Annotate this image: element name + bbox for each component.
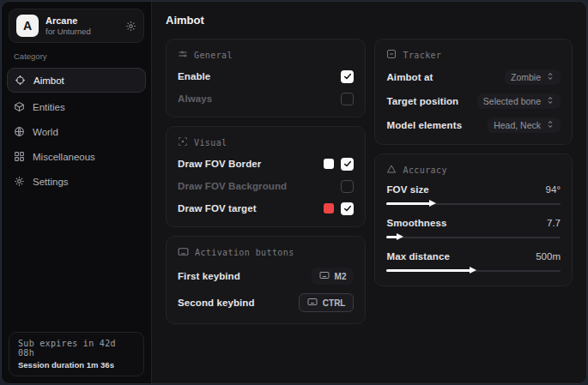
first-keybind-button[interactable]: M2	[312, 268, 355, 285]
sliders-icon	[178, 49, 188, 61]
subscription-info: Sub expires in 42d 08h Session duration …	[9, 332, 144, 376]
sidebar-item-settings[interactable]: Settings	[2, 170, 151, 193]
sidebar-item-label: Aimbot	[33, 75, 64, 86]
max-distance-value: 500m	[536, 251, 561, 262]
card-title: Accuracy	[403, 165, 446, 175]
slider-thumb[interactable]	[429, 200, 436, 207]
sidebar-item-label: Miscellaneous	[33, 152, 95, 162]
setting-label: Max distance	[386, 251, 449, 262]
brand-subtitle: for Unturned	[45, 27, 118, 36]
cube-icon	[14, 101, 25, 112]
setting-label: First keybind	[178, 271, 240, 281]
setting-label: Draw FOV Border	[178, 159, 261, 169]
gear-icon[interactable]	[125, 21, 136, 32]
fov-border-checkbox[interactable]	[341, 158, 354, 171]
minus-square-icon	[386, 49, 397, 61]
chevrons-up-down-icon	[546, 96, 555, 106]
setting-label: Always	[178, 93, 212, 104]
select-value: Zombie	[511, 72, 541, 82]
select-value: Selected bone	[483, 96, 541, 106]
sidebar-item-entities[interactable]: Entities	[2, 95, 151, 118]
slider-thumb[interactable]	[397, 233, 403, 240]
model-elements-select[interactable]: Head, Neck	[488, 117, 561, 133]
crosshair-icon	[15, 75, 26, 86]
max-distance-slider[interactable]	[386, 267, 561, 274]
app-window: A Arcane for Unturned Category Aimbot	[1, 1, 587, 384]
brand-name: Arcane	[45, 15, 118, 27]
color-swatch[interactable]	[324, 203, 334, 214]
card-title: Tracker	[403, 51, 441, 60]
setting-label: Second keybind	[178, 298, 255, 308]
keybind-value: M2	[335, 272, 347, 281]
category-label: Category	[14, 51, 139, 61]
triangle-icon	[386, 164, 397, 176]
visual-card: Visual Draw FOV Border Draw FOV Backgrou…	[166, 126, 366, 227]
gear-icon	[14, 176, 25, 187]
setting-label: Aimbot at	[386, 72, 433, 82]
second-keybind-button[interactable]: CTRL	[299, 293, 355, 312]
setting-label: Draw FOV Background	[178, 181, 287, 191]
fov-size-value: 94°	[546, 184, 561, 195]
scan-icon	[178, 136, 188, 148]
setting-label: Enable	[178, 71, 210, 81]
always-checkbox[interactable]	[341, 93, 354, 105]
aimbot-at-select[interactable]: Zombie	[505, 69, 561, 85]
sidebar-item-miscellaneous[interactable]: Miscellaneous	[2, 145, 151, 168]
setting-label: FOV size	[386, 184, 428, 195]
fov-target-checkbox[interactable]	[341, 202, 354, 215]
color-swatch[interactable]	[324, 159, 334, 169]
sidebar-item-world[interactable]: World	[2, 120, 151, 143]
setting-label: Target position	[386, 96, 458, 106]
session-duration-text: Session duration 1m 36s	[18, 360, 135, 370]
fov-size-slider[interactable]	[386, 200, 561, 208]
setting-label: Smoothness	[386, 218, 446, 228]
keyboard-icon	[307, 297, 318, 309]
brand-logo: A	[16, 15, 39, 37]
target-position-select[interactable]: Selected bone	[477, 93, 561, 109]
fov-background-checkbox[interactable]	[341, 180, 354, 193]
enable-checkbox[interactable]	[341, 70, 354, 83]
accuracy-card: Accuracy FOV size 94°	[374, 153, 573, 286]
tracker-card: Tracker Aimbot at Zombie Target position	[374, 39, 573, 145]
brand-card: A Arcane for Unturned	[9, 9, 144, 43]
keyboard-icon	[319, 270, 330, 282]
card-title: Activation buttons	[195, 248, 294, 257]
keybind-value: CTRL	[323, 298, 346, 308]
card-title: General	[194, 51, 233, 60]
globe-icon	[14, 126, 25, 137]
sidebar: A Arcane for Unturned Category Aimbot	[2, 2, 152, 383]
main-content: Aimbot General Enable	[152, 2, 586, 383]
sub-expires-text: Sub expires in 42d 08h	[18, 339, 135, 358]
sidebar-nav: Aimbot Entities World Miscellaneous	[2, 66, 151, 194]
sidebar-item-label: Entities	[33, 102, 65, 112]
activation-card: Activation buttons First keybind M2 Seco…	[166, 236, 366, 324]
chevrons-up-down-icon	[546, 120, 555, 130]
select-value: Head, Neck	[494, 120, 541, 130]
sidebar-item-label: Settings	[33, 177, 69, 187]
setting-label: Model elements	[386, 120, 462, 130]
card-title: Visual	[194, 138, 227, 147]
setting-label: Draw FOV target	[178, 203, 257, 214]
smoothness-slider[interactable]	[386, 233, 561, 241]
smoothness-value: 7.7	[547, 218, 561, 228]
slider-thumb[interactable]	[470, 267, 476, 274]
keyboard-icon	[178, 246, 189, 259]
chevrons-up-down-icon	[546, 72, 555, 82]
sidebar-item-label: World	[33, 127, 58, 137]
sidebar-item-aimbot[interactable]: Aimbot	[7, 68, 146, 93]
general-card: General Enable Always	[166, 39, 366, 117]
page-title: Aimbot	[166, 14, 573, 27]
grid-icon	[14, 151, 25, 162]
